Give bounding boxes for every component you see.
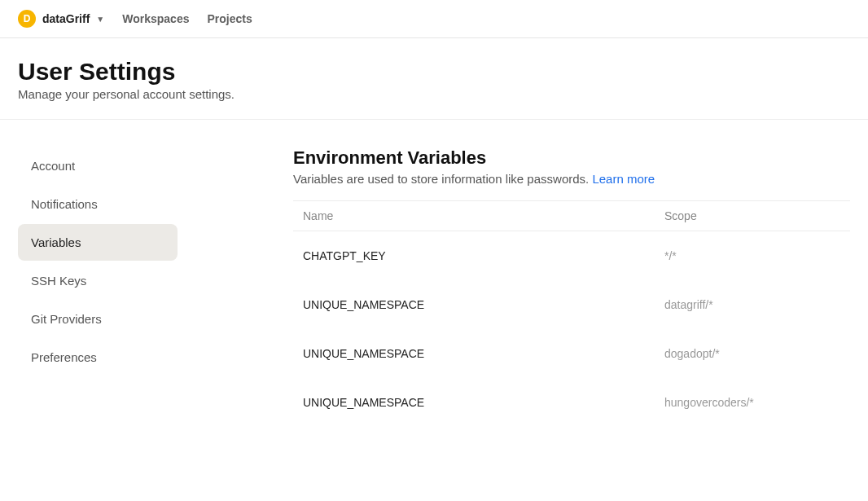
table-row[interactable]: CHATGPT_KEY */* — [293, 231, 850, 281]
main-panel: Environment Variables Variables are used… — [187, 147, 868, 427]
sidebar-item-ssh-keys[interactable]: SSH Keys — [18, 262, 178, 299]
var-scope: dogadopt/* — [655, 329, 850, 378]
section-desc-text: Variables are used to store information … — [293, 172, 592, 186]
col-header-name: Name — [293, 201, 655, 231]
var-name: UNIQUE_NAMESPACE — [293, 329, 655, 378]
org-name: dataGriff — [42, 12, 90, 25]
top-nav: D dataGriff ▼ Workspaces Projects — [0, 0, 868, 38]
learn-more-link[interactable]: Learn more — [592, 172, 655, 186]
variables-table: Name Scope CHATGPT_KEY */* UNIQUE_NAMESP… — [293, 200, 850, 427]
var-scope: datagriff/* — [655, 280, 850, 329]
page-title: User Settings — [18, 58, 850, 86]
nav-projects[interactable]: Projects — [207, 12, 252, 25]
content-wrap: Account Notifications Variables SSH Keys… — [0, 120, 868, 427]
var-scope: hungovercoders/* — [655, 378, 850, 427]
table-row[interactable]: UNIQUE_NAMESPACE dogadopt/* — [293, 329, 850, 378]
page-header: User Settings Manage your personal accou… — [0, 38, 868, 120]
page-subtitle: Manage your personal account settings. — [18, 87, 850, 101]
sidebar-item-variables[interactable]: Variables — [18, 224, 178, 261]
section-description: Variables are used to store information … — [293, 172, 850, 186]
settings-sidebar: Account Notifications Variables SSH Keys… — [0, 147, 187, 427]
table-row[interactable]: UNIQUE_NAMESPACE datagriff/* — [293, 280, 850, 329]
chevron-down-icon: ▼ — [96, 15, 104, 24]
col-header-scope: Scope — [655, 201, 850, 231]
sidebar-item-notifications[interactable]: Notifications — [18, 186, 178, 222]
org-avatar: D — [18, 10, 36, 28]
section-title: Environment Variables — [293, 147, 850, 169]
table-row[interactable]: UNIQUE_NAMESPACE hungovercoders/* — [293, 378, 850, 427]
var-scope: */* — [655, 231, 850, 281]
table-header-row: Name Scope — [293, 201, 850, 231]
nav-workspaces[interactable]: Workspaces — [122, 12, 189, 25]
sidebar-item-preferences[interactable]: Preferences — [18, 339, 178, 376]
sidebar-item-account[interactable]: Account — [18, 147, 178, 184]
org-selector[interactable]: D dataGriff ▼ — [18, 10, 104, 28]
sidebar-item-git-providers[interactable]: Git Providers — [18, 301, 178, 337]
var-name: CHATGPT_KEY — [293, 231, 655, 281]
var-name: UNIQUE_NAMESPACE — [293, 280, 655, 329]
var-name: UNIQUE_NAMESPACE — [293, 378, 655, 427]
